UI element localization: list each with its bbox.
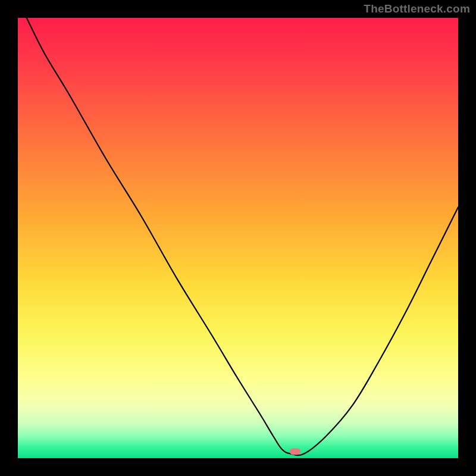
watermark-text: TheBottleneck.com bbox=[364, 2, 470, 15]
chart-frame: TheBottleneck.com bbox=[0, 0, 476, 476]
plot-area bbox=[18, 18, 458, 458]
optimum-marker bbox=[290, 448, 300, 455]
curve-layer bbox=[18, 18, 458, 458]
bottleneck-curve bbox=[27, 18, 458, 455]
